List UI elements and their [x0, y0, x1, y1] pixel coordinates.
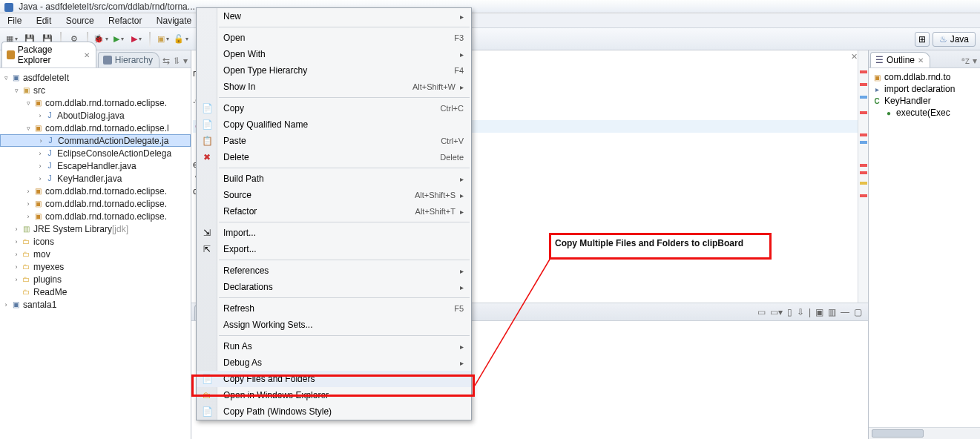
tree-label[interactable]: src	[33, 85, 45, 96]
ctx-export[interactable]: ⇱Export...	[197, 241, 471, 257]
export-icon: ⇱	[201, 243, 213, 255]
ruler-mark-info[interactable]	[860, 96, 867, 99]
outline-label[interactable]: execute(Exec	[896, 108, 950, 118]
tree-label[interactable]: com.ddlab.rnd.tornado.eclipse.l	[45, 123, 169, 133]
debug-button[interactable]: 🐞	[93, 32, 108, 47]
open-type-button[interactable]: 🔓	[174, 32, 188, 47]
outline-label[interactable]: import declaration	[884, 84, 955, 94]
scrollbar-thumb[interactable]	[872, 429, 924, 438]
maximize-icon[interactable]: ▢	[854, 307, 862, 317]
tree-label[interactable]: com.ddlab.rnd.tornado.eclipse.	[45, 211, 167, 222]
ctx-debug-as[interactable]: Debug As	[197, 354, 471, 371]
menu-edit[interactable]: Edit	[30, 15, 58, 27]
ctx-declarations[interactable]: Declarations	[197, 279, 471, 295]
editor-close-icon[interactable]: ✕	[851, 52, 858, 62]
display-selected-console-icon[interactable]: ▭▾	[770, 307, 783, 317]
tree-label[interactable]: AboutDialog.java	[57, 110, 125, 121]
tree-label[interactable]: com.ddlab.rnd.tornado.eclipse.	[45, 98, 167, 108]
new-package-button[interactable]: ▣	[156, 32, 171, 47]
outline-label[interactable]: com.ddlab.rnd.to	[884, 72, 950, 82]
filter-icon[interactable]: ▾	[973, 56, 977, 66]
tab-outline[interactable]: ☰ Outline ✕	[870, 52, 930, 67]
ruler-mark-error[interactable]	[860, 70, 867, 73]
package-explorer-tree[interactable]: ▿▣asdfdeleteIt ▿▣src ▿▣com.ddlab.rnd.tor…	[0, 68, 191, 439]
ruler-mark-error[interactable]	[860, 111, 867, 114]
close-icon[interactable]: ✕	[84, 51, 90, 59]
ruler-mark-info[interactable]	[860, 141, 867, 144]
ctx-build-path[interactable]: Build Path	[197, 171, 471, 187]
tab-hierarchy[interactable]: Hierarchy	[98, 52, 160, 67]
tree-label-selected[interactable]: CommandActionDelegate.ja	[58, 136, 168, 146]
ctx-copy-path-windows[interactable]: 📄Copy Path (Windows Style)	[197, 403, 471, 420]
open-console-icon[interactable]: ▣	[815, 307, 823, 317]
tree-label[interactable]: ReadMe	[33, 287, 67, 297]
menu-separator	[219, 168, 470, 168]
tree-label[interactable]: com.ddlab.rnd.tornado.eclipse.	[45, 186, 167, 197]
run-button[interactable]: ▶	[111, 32, 126, 47]
tree-label[interactable]: com.ddlab.rnd.tornado.eclipse.	[45, 199, 167, 209]
ctx-refactor[interactable]: RefactorAlt+Shift+T	[197, 203, 471, 220]
link-editor-icon[interactable]: ⥮	[173, 56, 180, 66]
ctx-copy-qualified-name[interactable]: 📄Copy Qualified Name	[197, 116, 471, 133]
perspective-java[interactable]: ♨ Java	[933, 32, 976, 47]
pin-console-icon[interactable]: ▯	[787, 307, 792, 317]
ctx-open-with[interactable]: Open With	[197, 46, 471, 62]
ctx-source[interactable]: SourceAlt+Shift+S	[197, 187, 471, 203]
java-file-icon: J	[45, 111, 55, 120]
sort-icon[interactable]: ᵃz	[961, 56, 970, 66]
tree-label[interactable]: asdfdeleteIt	[23, 73, 69, 83]
ctx-copy[interactable]: 📄CopyCtrl+C	[197, 100, 471, 116]
tree-label[interactable]: santala1	[23, 300, 56, 310]
ctx-assign-working-sets[interactable]: Assign Working Sets...	[197, 317, 471, 333]
ctx-run-as[interactable]: Run As	[197, 338, 471, 354]
ctx-new[interactable]: New	[197, 8, 471, 24]
outline-tree[interactable]: ▣com.ddlab.rnd.to ▸import declaration CK…	[869, 68, 980, 427]
tree-label[interactable]: EscapeHandler.java	[57, 161, 137, 171]
ruler-mark-warn[interactable]	[860, 182, 867, 185]
open-perspective-button[interactable]: ⊞	[915, 32, 930, 47]
outline-hscrollbar[interactable]	[869, 427, 980, 439]
ruler-mark-error[interactable]	[860, 83, 867, 86]
menu-refactor[interactable]: Refactor	[102, 15, 148, 27]
outline-label[interactable]: KeyHandler	[884, 96, 931, 106]
ctx-delete[interactable]: ✖DeleteDelete	[197, 149, 471, 165]
ctx-open[interactable]: OpenF3	[197, 30, 471, 46]
java-file-icon: J	[45, 174, 55, 183]
ruler-mark-error[interactable]	[860, 133, 867, 136]
ctx-paste[interactable]: 📋PasteCtrl+V	[197, 133, 471, 149]
minimize-icon[interactable]: —	[841, 307, 849, 317]
menu-file[interactable]: File	[1, 15, 27, 27]
ctx-references[interactable]: References	[197, 263, 471, 279]
new-console-view-icon[interactable]: ▥	[828, 307, 836, 317]
clear-console-icon[interactable]: ▭	[757, 307, 766, 317]
overview-ruler[interactable]	[858, 50, 868, 303]
menu-source[interactable]: Source	[60, 15, 100, 27]
collapse-all-icon[interactable]: ⇆	[162, 56, 170, 66]
menu-navigate[interactable]: Navigate	[151, 15, 197, 27]
tree-label[interactable]: myexes	[33, 262, 64, 272]
tree-label[interactable]: JRE System Library	[33, 224, 112, 234]
tree-label[interactable]: KeyHandler.java	[57, 174, 122, 184]
ctx-refresh[interactable]: RefreshF5	[197, 300, 471, 317]
menu-separator	[219, 260, 470, 260]
ruler-mark-error[interactable]	[860, 171, 867, 174]
ctx-open-type-hierarchy[interactable]: Open Type HierarchyF4	[197, 62, 471, 79]
ctx-copy-files-and-folders[interactable]: 📄Copy Files and Folders	[197, 371, 471, 387]
ruler-mark-error[interactable]	[860, 194, 867, 197]
tree-label[interactable]: icons	[33, 237, 54, 247]
outline-tabstrip: ☰ Outline ✕ ᵃz ▾	[869, 50, 980, 68]
tree-label[interactable]: EclipseConsoleActionDelega	[57, 148, 171, 159]
tree-label[interactable]: mov	[33, 249, 50, 260]
ctx-show-in[interactable]: Show InAlt+Shift+W	[197, 79, 471, 95]
tab-package-explorer[interactable]: Package Explorer ✕	[1, 42, 96, 67]
view-menu-icon[interactable]: ▾	[183, 56, 188, 66]
java-file-icon: J	[45, 149, 55, 158]
tree-label[interactable]: plugins	[33, 274, 62, 285]
ruler-mark-error[interactable]	[860, 164, 867, 167]
close-icon[interactable]: ✕	[918, 56, 924, 65]
ctx-open-windows-explorer[interactable]: 🗀Open in Windows Explorer	[197, 387, 471, 403]
external-tools-button[interactable]: ▶	[129, 32, 144, 47]
scroll-lock-icon[interactable]: ⇩	[797, 307, 804, 317]
ctx-import[interactable]: ⇲Import...	[197, 225, 471, 241]
outline-mini-toolbar: ᵃz ▾	[958, 54, 980, 67]
